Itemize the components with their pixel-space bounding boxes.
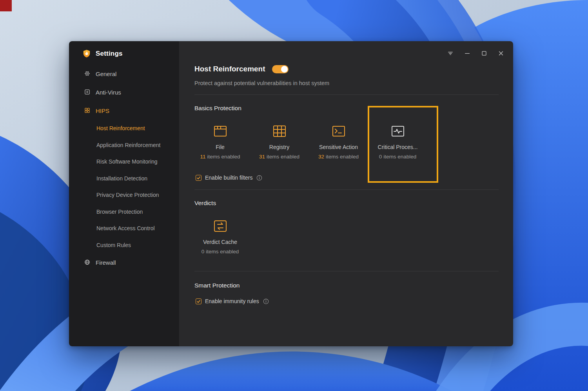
count-suffix: items enabled [207, 154, 240, 160]
card-count: 0items enabled [201, 248, 239, 255]
count-number: 31 [259, 154, 265, 160]
protection-card-sensitive-action[interactable]: Sensitive Action 32items enabled [309, 122, 368, 160]
sidebar-item-anti-virus[interactable]: Anti-Virus [69, 83, 179, 102]
main-panel: Host Reinforcement Protect against poten… [179, 41, 513, 346]
sidebar: Settings General [69, 41, 179, 346]
immunity-rules-row: Enable immunity rules [196, 298, 499, 304]
card-label: Registry [269, 143, 289, 151]
card-count: 32items enabled [318, 153, 359, 160]
card-count: 31items enabled [259, 153, 299, 160]
app-title: Settings [96, 50, 123, 58]
page-header: Host Reinforcement [194, 64, 499, 74]
builtin-filters-checkbox[interactable] [196, 175, 201, 181]
settings-window: Settings General [69, 41, 513, 346]
sidebar-subitem-host-reinforcement[interactable]: Host Reinforcement [69, 120, 179, 137]
divider [194, 189, 499, 190]
filter-icon[interactable] [447, 50, 454, 57]
card-count: 11items enabled [200, 153, 240, 160]
count-number: 11 [200, 154, 205, 160]
sidebar-subitem-custom-rules[interactable]: Custom Rules [69, 237, 179, 254]
terminal-icon [330, 122, 347, 140]
protection-card-registry[interactable]: Registry 31items enabled [250, 122, 309, 160]
protection-card-file[interactable]: File 11items enabled [191, 122, 250, 160]
verdict-cache-card[interactable]: Verdict Cache 0items enabled [191, 217, 250, 255]
close-button[interactable] [497, 50, 505, 57]
card-label: Verdict Cache [203, 238, 237, 246]
gear-icon [84, 70, 91, 78]
divider [194, 95, 499, 95]
sidebar-subitem-installation-detection[interactable]: Installation Detection [69, 170, 179, 187]
count-number: 32 [318, 154, 324, 160]
titlebar-controls [447, 50, 505, 57]
count-suffix: items enabled [383, 154, 416, 160]
card-label: Sensitive Action [319, 143, 358, 151]
sidebar-item-label: Firewall [96, 259, 116, 266]
sidebar-subitem-risk-software-monitoring[interactable]: Risk Software Monitoring [69, 153, 179, 170]
protection-card-critical-process[interactable]: Critical Proces... 0items enabled [368, 122, 427, 160]
plus-square-icon [84, 89, 91, 96]
divider [194, 271, 499, 271]
maximize-button[interactable] [481, 50, 488, 57]
table-grid-icon [271, 122, 288, 140]
info-icon[interactable] [263, 298, 269, 304]
count-suffix: items enabled [326, 154, 359, 160]
sidebar-subitem-application-reinforcement[interactable]: Application Reinforcement [69, 137, 179, 154]
sidebar-subitem-network-access-control[interactable]: Network Access Control [69, 220, 179, 237]
globe-icon [84, 259, 91, 267]
desktop-red-artifact [0, 0, 12, 11]
card-label: Critical Proces... [378, 143, 418, 151]
toggle-knob [281, 66, 288, 73]
shield-flame-icon [82, 49, 91, 58]
sidebar-item-general[interactable]: General [69, 65, 179, 83]
info-icon[interactable] [256, 175, 262, 181]
page-title: Host Reinforcement [194, 64, 265, 74]
immunity-rules-checkbox[interactable] [196, 298, 201, 304]
sidebar-item-firewall[interactable]: Firewall [69, 253, 179, 272]
basics-cards: File 11items enabled Registry [191, 122, 499, 160]
verdicts-cards: Verdict Cache 0items enabled [191, 217, 499, 255]
count-suffix: items enabled [267, 154, 299, 160]
card-label: File [216, 143, 225, 151]
sidebar-subitem-privacy-device-protection[interactable]: Privacy Device Protection [69, 187, 179, 204]
file-window-icon [212, 122, 229, 140]
builtin-filters-row: Enable builtin filters [196, 175, 499, 181]
sidebar-item-label: HIPS [96, 107, 109, 114]
section-title-verdicts: Verdicts [194, 199, 499, 207]
sidebar-item-label: General [96, 71, 116, 77]
count-suffix: items enabled [206, 249, 239, 255]
sidebar-subitem-browser-protection[interactable]: Browser Protection [69, 204, 179, 220]
section-title-smart-protection: Smart Protection [194, 281, 499, 289]
host-reinforcement-toggle[interactable] [272, 65, 289, 73]
sidebar-item-hips[interactable]: HIPS [69, 102, 179, 120]
count-number: 0 [201, 249, 205, 255]
settings-content: Host Reinforcement Protect against poten… [179, 41, 499, 304]
checkbox-label: Enable builtin filters [205, 175, 252, 181]
sidebar-nav: General Anti-Virus [69, 65, 179, 272]
minimize-button[interactable] [464, 50, 471, 57]
card-count: 0items enabled [379, 153, 417, 160]
grid-icon [84, 107, 91, 115]
page-subtitle: Protect against potential vulnerabilitie… [194, 79, 499, 87]
checkbox-label: Enable immunity rules [205, 298, 259, 304]
swap-arrows-icon [212, 217, 229, 235]
app-logo-row: Settings [69, 41, 179, 65]
desktop: Settings General [0, 0, 588, 391]
hips-subnav: Host Reinforcement Application Reinforce… [69, 120, 179, 253]
process-pulse-icon [389, 122, 407, 140]
section-title-basics: Basics Protection [194, 104, 499, 112]
count-number: 0 [379, 154, 382, 160]
sidebar-item-label: Anti-Virus [96, 89, 121, 96]
